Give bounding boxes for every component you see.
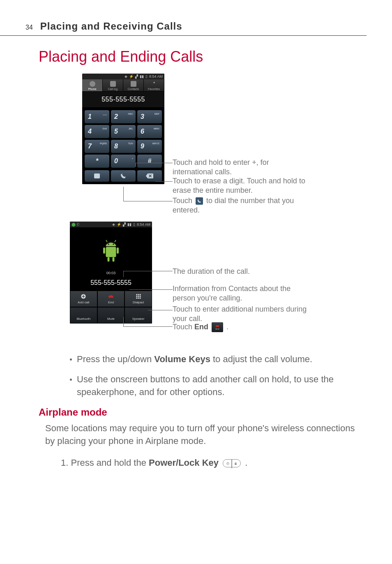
tab-contacts[interactable]: Contacts [123,79,144,91]
callout-contact-info: Information from Contacts about the pers… [173,284,312,303]
callout-end: Touch End End . [173,322,308,332]
airplane-step-1: 1. Press and hold the Power/Lock Key | . [61,458,355,468]
bullet-volume: Press the up/down Volume Keys to adjust … [70,353,353,366]
callout-dialpad: Touch to enter additional numbers during… [173,305,308,324]
key-2[interactable]: 2ABC [111,110,136,123]
tab-phone[interactable]: Phone [82,79,103,91]
section-title: Placing and Receiving Calls [40,21,182,32]
power-icon [226,462,230,465]
key-8[interactable]: 8TUV [111,140,136,153]
dialpad-button[interactable]: Dialpad [125,291,152,307]
svg-point-2 [113,244,114,245]
dialer-tabs: Phone Call log Contacts ★ Favorites [82,79,164,92]
tab-phone-label: Phone [88,88,96,90]
vibrate-icon: ⚡ [117,222,121,227]
phone-status-icon: ✆ [76,222,80,227]
callout-erase: Touch to erase a digit. Touch and hold t… [173,176,321,196]
incall-screen: ⬤ ✆ ◈ ⚡ ▞ ▮▮ ▯ 8:54 AM [70,222,152,324]
end-call-icon [108,294,114,299]
signal-3g-icon: ▞ [123,222,126,227]
call-icon [120,173,126,179]
call-button[interactable] [111,170,136,182]
call-duration: 00:03 [106,271,116,275]
signal-icon: ▮▮ [140,74,144,79]
tab-calllog[interactable]: Call log [103,79,123,91]
key-3[interactable]: 3DEF [137,110,162,123]
gps-icon: ◈ [112,222,115,227]
airplane-heading: Airplane mode [39,407,392,418]
airplane-para: Some locations may require you to turn o… [45,422,355,448]
contacts-icon [131,81,136,87]
list-icon [110,81,116,87]
bullet-list: Press the up/down Volume Keys to adjust … [70,353,353,398]
svg-rect-11 [138,294,139,295]
incall-figure: ⬤ ✆ ◈ ⚡ ▞ ▮▮ ▯ 8:54 AM [70,222,392,341]
star-icon: ★ [151,81,157,87]
svg-rect-14 [138,296,139,297]
key-4[interactable]: 4GHI [85,125,109,138]
delete-button[interactable] [137,170,162,182]
key-hash[interactable]: # [137,155,162,168]
plus-icon [80,294,87,299]
svg-rect-6 [113,257,115,262]
ongoing-call-icon: ⬤ [71,222,76,227]
android-icon [101,240,121,264]
backspace-icon [146,173,153,178]
sms-button[interactable] [85,170,109,182]
end-call-button[interactable]: End [97,291,125,307]
dialpad-icon [135,294,142,299]
key-7[interactable]: 7PQRS [85,140,109,153]
key-star[interactable]: * [85,155,109,168]
inline-end-icon: End [212,322,223,332]
svg-line-7 [106,240,107,242]
key-0[interactable]: 0+ [111,155,136,168]
tab-contacts-label: Contacts [128,88,139,90]
inline-call-icon [196,197,203,205]
voicemail-icon: ⏝⏝ [103,113,107,116]
svg-rect-10 [136,294,137,295]
dialer-figure: ◈ ⚡ ▞ ▮▮ ▯ 8:54 AM Phone Call log Contac… [82,74,392,217]
key-5[interactable]: 5JKL [111,125,136,138]
bluetooth-button[interactable]: Bluetooth [70,307,97,324]
sms-icon [94,173,100,178]
svg-point-1 [108,244,109,245]
bullet-onscreen: Use the onscreen buttons to add another … [70,373,353,399]
callout-dial: Touch to dial the number that you entere… [173,196,321,215]
vibrate-icon: ⚡ [129,74,134,79]
status-bar: ◈ ⚡ ▞ ▮▮ ▯ 8:54 AM [82,74,164,79]
battery-icon: ▯ [145,74,148,79]
key-9[interactable]: 9WXYZ [137,140,162,153]
page-number: 34 [25,24,33,31]
signal-3g-icon: ▞ [135,74,138,79]
bullet-dot [70,379,72,381]
svg-rect-3 [103,247,105,254]
svg-rect-0 [106,247,116,257]
lock-icon [234,462,238,465]
tab-calllog-label: Call log [108,88,118,90]
mute-button[interactable]: Mute [97,307,125,324]
svg-rect-4 [117,247,119,254]
incall-buttons: Add call End Dialpad Bluetooth Mute Spea… [70,291,152,324]
dialpad: 1⏝⏝ 2ABC 3DEF 4GHI 5JKL 6MNO 7PQRS 8TUV … [82,108,164,170]
dialer-screen: ◈ ⚡ ▞ ▮▮ ▯ 8:54 AM Phone Call log Contac… [82,74,164,184]
svg-rect-18 [139,298,141,299]
incall-status-time: 8:54 AM [137,222,150,227]
svg-rect-12 [139,294,141,295]
speaker-button[interactable]: Speaker [125,307,152,324]
callout-duration: The duration of the call. [173,267,308,276]
page-header: 34 Placing and Receiving Calls [0,0,367,36]
calling-number: 555-555-5555 [70,277,152,291]
tab-favorites[interactable]: ★ Favorites [144,79,164,91]
signal-icon: ▮▮ [127,222,131,227]
key-6[interactable]: 6MNO [137,125,162,138]
battery-icon: ▯ [133,222,135,227]
svg-rect-13 [136,296,137,297]
bullet-dot [70,358,72,361]
svg-rect-5 [108,257,110,262]
gps-icon: ◈ [125,74,127,79]
callout-zero: Touch and hold to enter +, for internati… [173,158,308,177]
main-heading: Placing and Ending Calls [39,48,392,65]
status-time: 8:54 AM [149,74,163,79]
add-call-button[interactable]: Add call [70,291,97,307]
key-1[interactable]: 1⏝⏝ [85,110,109,123]
